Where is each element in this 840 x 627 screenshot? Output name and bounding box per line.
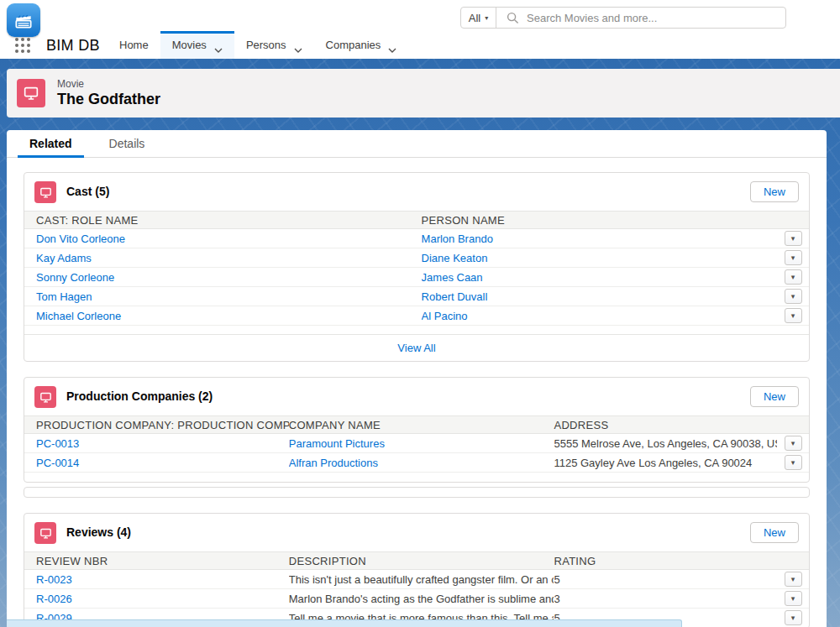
new-button[interactable]: New <box>750 386 799 407</box>
record-link[interactable]: Diane Keaton <box>422 252 488 264</box>
nav-bar: Home Movies Persons Companies <box>108 31 408 59</box>
cell-text: 5555 Melrose Ave, Los Angeles, CA 90038,… <box>554 437 777 450</box>
record-type-label: Movie <box>57 78 84 90</box>
table-row: Don Vito CorleoneMarlon Brando▾ <box>24 229 809 248</box>
column-header[interactable]: PERSON NAME <box>422 214 777 227</box>
row-actions-cell: ▾ <box>777 455 809 470</box>
related-list-title: Cast (5) <box>66 185 109 198</box>
table-row: PC-0013Paramount Pictures5555 Melrose Av… <box>24 434 809 453</box>
table-cell: This isn't just a beautifully crafted ga… <box>289 573 554 586</box>
new-button[interactable]: New <box>750 181 799 202</box>
record-link[interactable]: R-0023 <box>36 573 72 586</box>
table-cell: PC-0014 <box>24 457 289 469</box>
table-cell: Al Pacino <box>422 310 777 322</box>
nav-tab-home[interactable]: Home <box>108 31 160 59</box>
chevron-down-icon[interactable] <box>388 43 396 48</box>
record-link[interactable]: Michael Corleone <box>36 310 121 322</box>
table-cell: Michael Corleone <box>24 310 422 322</box>
column-header[interactable]: ADDRESS <box>554 419 777 431</box>
chevron-down-icon[interactable] <box>214 43 223 48</box>
table-row: Tom HagenRobert Duvall▾ <box>24 287 809 306</box>
related-list-empty-footer <box>24 487 810 498</box>
cell-text: Marlon Brando's acting as the Godfather … <box>289 593 554 605</box>
record-tabs: Related Details <box>7 130 827 158</box>
column-header[interactable]: DESCRIPTION <box>289 555 554 567</box>
cell-text: 3 <box>554 593 559 605</box>
column-header[interactable]: RATING <box>554 555 777 567</box>
movie-object-icon <box>17 79 45 107</box>
table-row: Kay AdamsDiane Keaton▾ <box>24 248 809 268</box>
new-button[interactable]: New <box>750 522 799 543</box>
row-actions-cell: ▾ <box>777 231 809 246</box>
row-actions-dropdown-button[interactable]: ▾ <box>785 289 802 304</box>
row-actions-dropdown-button[interactable]: ▾ <box>785 436 802 451</box>
nav-tab-label: Movies <box>172 39 207 51</box>
empty-row <box>24 473 809 482</box>
row-actions-dropdown-button[interactable]: ▾ <box>785 308 802 323</box>
row-actions-dropdown-button[interactable]: ▾ <box>785 231 802 246</box>
record-link[interactable]: Paramount Pictures <box>289 437 385 450</box>
record-link[interactable]: Robert Duvall <box>422 290 488 303</box>
record-link[interactable]: R-0026 <box>36 593 72 605</box>
nav-tab-companies[interactable]: Companies <box>314 31 409 59</box>
table-cell: Tom Hagen <box>24 290 422 303</box>
related-list-header: Production Companies (2) New <box>24 378 809 415</box>
table-cell: Kay Adams <box>24 252 422 264</box>
table-body: R-0023This isn't just a beautifully craf… <box>24 570 809 627</box>
view-all-link[interactable]: View All <box>397 342 435 354</box>
related-list-cast: Cast (5) New CAST: ROLE NAMEPERSON NAME … <box>24 172 810 362</box>
nav-tab-label: Companies <box>326 39 381 51</box>
tab-details[interactable]: Details <box>97 130 157 157</box>
record-link[interactable]: Tom Hagen <box>36 290 92 303</box>
table-body: Don Vito CorleoneMarlon Brando▾Kay Adams… <box>24 229 809 326</box>
empty-row <box>24 326 809 335</box>
row-actions-dropdown-button[interactable]: ▾ <box>785 572 802 587</box>
row-actions-cell: ▾ <box>777 572 809 587</box>
column-header[interactable]: PRODUCTION COMPANY: PRODUCTION COMPANY N… <box>24 419 289 431</box>
nav-tab-label: Persons <box>246 39 286 51</box>
search-input[interactable] <box>527 12 785 24</box>
column-header[interactable]: COMPANY NAME <box>289 419 554 431</box>
column-header[interactable]: REVIEW NBR <box>24 555 289 567</box>
record-link[interactable]: Kay Adams <box>36 252 92 264</box>
record-link[interactable]: Sonny Corleone <box>36 271 114 284</box>
record-link[interactable]: James Caan <box>422 271 483 284</box>
clapperboard-icon <box>7 3 40 37</box>
table-cell: 3 <box>554 593 777 605</box>
search-scope-button[interactable]: All ▾ <box>461 8 496 28</box>
nav-tab-movies[interactable]: Movies <box>160 31 234 59</box>
record-link[interactable]: PC-0014 <box>36 457 79 469</box>
record-link[interactable]: Marlon Brando <box>422 233 493 245</box>
app-launcher-icon[interactable] <box>13 37 32 55</box>
record-link[interactable]: Alfran Productions <box>289 457 378 469</box>
row-actions-dropdown-button[interactable]: ▾ <box>785 269 802 285</box>
column-header[interactable]: CAST: ROLE NAME <box>24 214 422 227</box>
nav-tab-persons[interactable]: Persons <box>234 31 314 59</box>
related-list-production-companies: Production Companies (2) New PRODUCTION … <box>24 377 810 483</box>
table-cell: Alfran Productions <box>289 457 554 469</box>
related-list-reviews: Reviews (4) New REVIEW NBRDESCRIPTIONRAT… <box>24 513 810 627</box>
search-icon <box>507 12 519 24</box>
row-actions-dropdown-button[interactable]: ▾ <box>785 455 802 470</box>
row-actions-dropdown-button[interactable]: ▾ <box>785 250 802 265</box>
record-link[interactable]: Al Pacino <box>422 310 468 322</box>
record-link[interactable]: Don Vito Corleone <box>36 233 125 245</box>
related-list-header: Reviews (4) New <box>24 514 809 551</box>
related-list-title: Production Companies (2) <box>66 389 213 403</box>
tab-related[interactable]: Related <box>18 130 84 157</box>
related-lists-container: Cast (5) New CAST: ROLE NAMEPERSON NAME … <box>7 158 827 627</box>
chevron-down-icon[interactable] <box>294 43 302 48</box>
row-actions-cell: ▾ <box>777 610 809 625</box>
table-row: R-0023This isn't just a beautifully craf… <box>24 570 809 589</box>
row-actions-cell: ▾ <box>777 308 809 323</box>
movie-object-icon <box>34 181 56 203</box>
table-header-row: REVIEW NBRDESCRIPTIONRATING <box>24 551 809 570</box>
table-cell: Paramount Pictures <box>289 437 554 450</box>
table-row: R-0026Marlon Brando's acting as the Godf… <box>24 589 809 609</box>
row-actions-dropdown-button[interactable]: ▾ <box>785 610 802 625</box>
table-header-row: CAST: ROLE NAMEPERSON NAME <box>24 211 809 229</box>
record-link[interactable]: PC-0013 <box>36 437 79 450</box>
record-body: Related Details Cast (5) New CAST: ROLE … <box>7 130 827 627</box>
record-title: The Godfather <box>57 91 160 108</box>
row-actions-dropdown-button[interactable]: ▾ <box>785 591 802 606</box>
